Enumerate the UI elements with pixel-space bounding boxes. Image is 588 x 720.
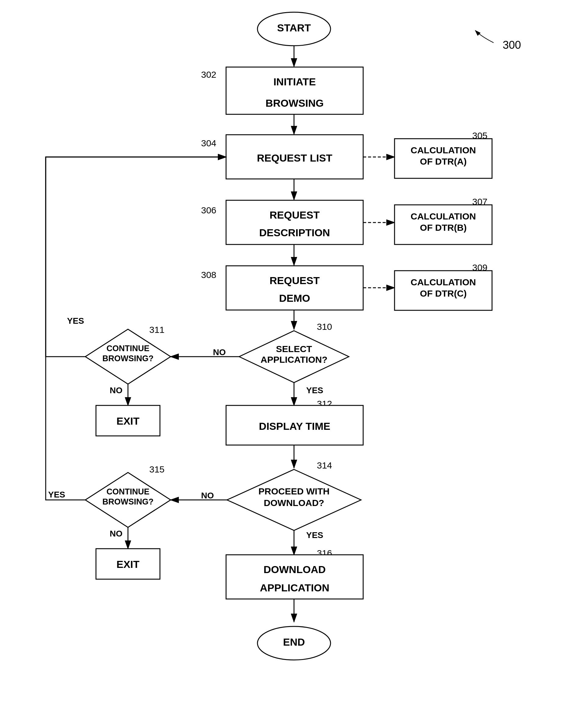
label-311-line2: BROWSING? bbox=[102, 354, 153, 363]
label-309-line1: CALCULATION bbox=[411, 277, 476, 287]
label-316-line1: DOWNLOAD bbox=[264, 563, 326, 575]
label-305-line2: OF DTR(A) bbox=[420, 157, 466, 166]
label-304: REQUEST LIST bbox=[257, 152, 332, 164]
label-311-no: NO bbox=[110, 386, 123, 395]
label-311-line1: CONTINUE bbox=[107, 344, 150, 353]
ref-310: 310 bbox=[317, 322, 332, 332]
end-label: END bbox=[283, 636, 305, 648]
ref-306: 306 bbox=[201, 205, 216, 215]
label-305-line1: CALCULATION bbox=[411, 145, 476, 155]
label-316-line2: APPLICATION bbox=[260, 582, 329, 594]
exit2-label: EXIT bbox=[117, 558, 140, 570]
label-311-yes: YES bbox=[67, 316, 84, 326]
exit1-label: EXIT bbox=[117, 415, 140, 427]
figure-number: 300 bbox=[503, 39, 521, 51]
label-308-line2: DEMO bbox=[279, 292, 310, 304]
flowchart-diagram: 300 START 302 INITIATE BROWSING 304 REQU… bbox=[0, 0, 588, 720]
start-label: START bbox=[277, 22, 311, 34]
label-302-line2: BROWSING bbox=[266, 97, 324, 109]
ref-308: 308 bbox=[201, 270, 216, 280]
label-314-line2: DOWNLOAD? bbox=[264, 498, 324, 508]
label-310-no: NO bbox=[213, 348, 226, 357]
ref-304: 304 bbox=[201, 138, 216, 148]
label-308-line1: REQUEST bbox=[270, 275, 320, 286]
label-314-no: NO bbox=[201, 491, 214, 500]
label-307-line1: CALCULATION bbox=[411, 211, 476, 221]
label-307-line2: OF DTR(B) bbox=[420, 223, 466, 232]
ref-314: 314 bbox=[317, 460, 332, 470]
label-310-yes: YES bbox=[306, 386, 323, 395]
label-306-line2: DESCRIPTION bbox=[259, 227, 330, 239]
label-310-line2: APPLICATION? bbox=[260, 354, 327, 365]
label-315-line2: BROWSING? bbox=[102, 497, 153, 506]
ref-315: 315 bbox=[149, 464, 165, 474]
label-315-yes: YES bbox=[48, 490, 65, 499]
label-302-line1: INITIATE bbox=[273, 76, 316, 87]
arrow-311-yes-back bbox=[46, 157, 226, 357]
arrow-315-yes-back bbox=[46, 157, 226, 500]
label-315-line1: CONTINUE bbox=[107, 487, 150, 496]
label-309-line2: OF DTR(C) bbox=[420, 288, 466, 299]
label-315-no: NO bbox=[110, 529, 123, 538]
label-314-yes: YES bbox=[306, 530, 323, 540]
label-310-line1: SELECT bbox=[276, 344, 312, 354]
ref-311: 311 bbox=[149, 325, 165, 335]
label-312: DISPLAY TIME bbox=[259, 420, 330, 432]
label-306-line1: REQUEST bbox=[270, 209, 320, 221]
ref-302: 302 bbox=[201, 69, 216, 80]
label-314-line1: PROCEED WITH bbox=[258, 486, 329, 496]
